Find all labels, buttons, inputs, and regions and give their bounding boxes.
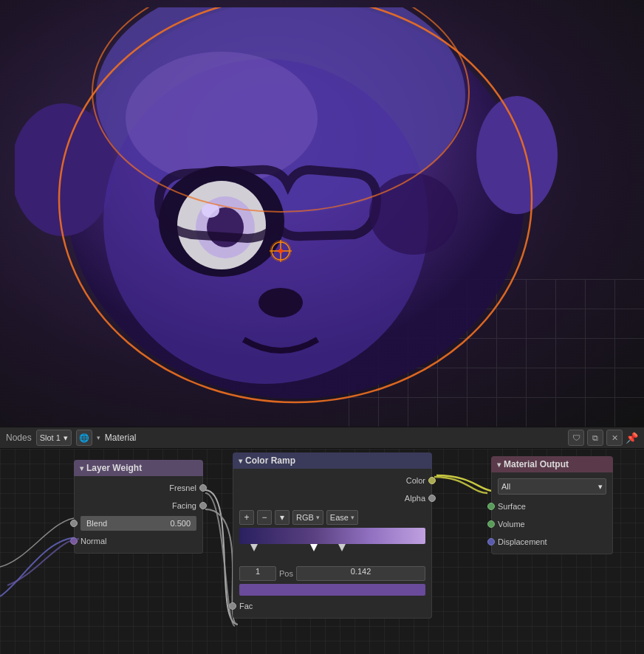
cr-interp-label: Ease — [330, 513, 349, 522]
3d-model — [15, 7, 576, 417]
pin-button[interactable]: 📌 — [626, 432, 638, 444]
cr-stop-index-value: 1 — [256, 567, 260, 576]
cr-color-preview[interactable] — [239, 584, 425, 596]
cr-interp-arrow: ▾ — [351, 514, 354, 521]
blend-field[interactable]: Blend 0.500 — [80, 516, 196, 531]
cr-stop-index[interactable]: 1 — [239, 566, 276, 581]
close-button[interactable]: ✕ — [606, 430, 623, 446]
color-output-socket[interactable] — [428, 477, 436, 484]
alpha-output-row: Alpha — [233, 489, 431, 507]
volume-label: Volume — [498, 520, 525, 529]
material-output-header: ▾ Material Output — [491, 456, 613, 472]
mo-dropdown-arrow: ▾ — [598, 482, 603, 492]
cr-pos-label: Pos — [279, 569, 293, 578]
color-output-label: Color — [406, 476, 425, 485]
normal-label: Normal — [80, 537, 106, 545]
alpha-output-label: Alpha — [405, 494, 425, 503]
mo-collapse-arrow[interactable]: ▾ — [497, 461, 501, 469]
toolbar-icons: 🛡 ⧉ ✕ 📌 — [568, 430, 638, 446]
blend-input-socket[interactable] — [70, 520, 78, 527]
svg-point-18 — [278, 249, 283, 253]
material-output-node[interactable]: ▾ Material Output All ▾ Surface Volume — [491, 456, 613, 554]
displacement-row: Displacement — [492, 533, 612, 551]
fresnel-row: Fresnel — [75, 479, 202, 497]
globe-button[interactable]: 🌐 — [76, 430, 92, 446]
normal-row: Normal — [75, 532, 202, 550]
displacement-socket[interactable] — [487, 538, 495, 545]
color-ramp-controls: + − ▾ RGB ▾ Ease ▾ — [233, 507, 431, 528]
blend-value: 0.500 — [170, 519, 191, 528]
cr-collapse-arrow[interactable]: ▾ — [239, 457, 242, 465]
layer-weight-body: Fresnel Facing Blend 0.500 Normal — [74, 476, 203, 554]
cr-dropdown-btn[interactable]: ▾ — [275, 510, 290, 525]
alpha-output-socket[interactable] — [428, 495, 436, 502]
material-output-body: All ▾ Surface Volume Displacement — [491, 472, 613, 554]
fac-row: Fac — [233, 597, 431, 615]
surface-label: Surface — [498, 502, 526, 511]
node-canvas[interactable]: ▾ Layer Weight Fresnel Facing Blend 0.50… — [0, 449, 644, 654]
color-ramp-bar-container[interactable] — [233, 528, 431, 553]
fac-input-socket[interactable] — [229, 602, 236, 610]
color-output-row: Color — [233, 472, 431, 489]
svg-point-11 — [258, 288, 303, 317]
layer-weight-header: ▾ Layer Weight — [74, 460, 203, 476]
slot-dropdown-arrow: ▾ — [64, 433, 68, 443]
nodes-label: Nodes — [6, 433, 32, 443]
mo-dropdown-row: All ▾ — [492, 475, 612, 498]
ramp-handles — [239, 544, 425, 553]
cr-mode-label: RGB — [296, 513, 314, 522]
slot-select[interactable]: Slot 1 ▾ — [36, 430, 72, 446]
cr-mode-select[interactable]: RGB ▾ — [292, 510, 323, 525]
cr-pos-input[interactable]: 0.142 — [296, 566, 425, 581]
cr-mode-arrow: ▾ — [316, 514, 320, 521]
ramp-handle-selected[interactable] — [310, 544, 318, 551]
3d-viewport[interactable] — [0, 0, 644, 427]
displacement-label: Displacement — [498, 537, 547, 546]
facing-socket[interactable] — [199, 502, 207, 509]
surface-socket[interactable] — [487, 503, 495, 510]
svg-point-12 — [369, 173, 458, 255]
material-label: Material — [105, 433, 564, 443]
mo-all-label: All — [501, 482, 510, 491]
facing-label: Facing — [172, 501, 196, 510]
fac-label: Fac — [239, 602, 253, 610]
layer-weight-node[interactable]: ▾ Layer Weight Fresnel Facing Blend 0.50… — [74, 460, 203, 554]
facing-row: Facing — [75, 497, 202, 514]
ramp-handle-right[interactable] — [338, 544, 346, 551]
fresnel-label: Fresnel — [169, 483, 196, 492]
shield-button[interactable]: 🛡 — [568, 430, 584, 446]
fresnel-socket[interactable] — [199, 484, 207, 492]
surface-row: Surface — [492, 498, 612, 515]
color-ramp-bar[interactable] — [239, 528, 425, 544]
slot-label: Slot 1 — [40, 433, 61, 442]
mo-all-dropdown[interactable]: All ▾ — [498, 478, 606, 495]
volume-socket[interactable] — [487, 520, 495, 528]
cr-interp-select[interactable]: Ease ▾ — [326, 510, 358, 525]
cr-remove-btn[interactable]: − — [257, 510, 272, 525]
node-editor-toolbar: Nodes Slot 1 ▾ 🌐 ▾ Material 🛡 ⧉ ✕ 📌 — [0, 427, 644, 449]
lw-collapse-arrow[interactable]: ▾ — [80, 464, 83, 472]
blend-section: Blend 0.500 — [75, 514, 202, 532]
svg-point-3 — [476, 96, 558, 214]
normal-input-socket[interactable] — [70, 537, 78, 545]
copy-button[interactable]: ⧉ — [587, 430, 603, 446]
layer-weight-title: Layer Weight — [86, 463, 142, 473]
globe-dropdown-arrow: ▾ — [97, 434, 100, 441]
cr-pos-row: 1 Pos 0.142 — [233, 562, 431, 582]
cr-add-btn[interactable]: + — [239, 510, 254, 525]
color-ramp-node[interactable]: ▾ Color Ramp Color Alpha + − ▾ RGB ▾ — [233, 452, 432, 619]
blend-label: Blend — [86, 519, 107, 528]
cr-pos-value: 0.142 — [351, 567, 371, 576]
material-output-title: Material Output — [504, 459, 569, 469]
color-ramp-body: Color Alpha + − ▾ RGB ▾ Ease ▾ — [233, 469, 432, 619]
color-ramp-title: Color Ramp — [245, 455, 295, 466]
volume-row: Volume — [492, 515, 612, 533]
ramp-handle-left[interactable] — [250, 544, 258, 551]
color-ramp-header: ▾ Color Ramp — [233, 452, 432, 469]
svg-point-5 — [126, 52, 318, 185]
